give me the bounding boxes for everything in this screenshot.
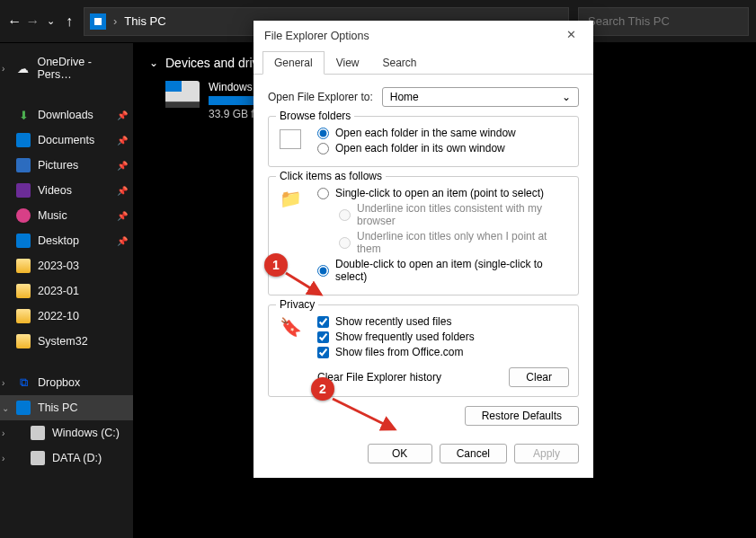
pin-icon: 📌 [117,186,128,196]
checkbox-label: Show files from Office.com [335,346,464,358]
drive-icon [31,451,45,465]
sidebar: ›☁OneDrive - Pers… ⬇Downloads📌 Documents… [0,43,133,538]
checkbox-recent-files[interactable] [317,316,329,328]
chevron-down-icon: ⌄ [2,403,9,413]
radio-label: Underline icon titles only when I point … [357,230,569,255]
tab-general[interactable]: General [262,51,325,75]
drive-icon [165,81,200,108]
privacy-legend: Privacy [276,298,318,311]
sidebar-item-label: System32 [38,335,88,348]
open-to-value: Home [390,91,419,103]
open-to-select[interactable]: Home ⌄ [382,87,579,107]
sidebar-item-label: Downloads [38,109,93,121]
pictures-icon [16,158,31,172]
sidebar-item-dropbox[interactable]: ›⧉Dropbox [0,370,133,395]
click-legend: Click items as follows [276,170,386,182]
dropbox-icon: ⧉ [16,375,31,390]
sidebar-item-desktop[interactable]: Desktop📌 [0,228,133,253]
sidebar-item-label: 2023-03 [38,260,79,272]
privacy-fieldset-icon [280,318,301,338]
pin-icon: 📌 [117,136,128,146]
sidebar-item-folder-2[interactable]: 2023-01 [0,278,133,304]
sidebar-item-label: Dropbox [38,376,80,389]
sidebar-item-label: OneDrive - Pers… [37,56,126,81]
browse-folders-fieldset: Browse folders Open each folder in the s… [268,116,579,167]
sidebar-item-label: This PC [38,401,77,414]
address-label: This PC [124,14,165,28]
radio-own-window[interactable] [317,143,329,154]
chevron-right-icon: › [2,378,4,388]
sidebar-item-videos[interactable]: Videos📌 [0,178,133,203]
sidebar-item-folder-1[interactable]: 2023-03 [0,253,133,278]
restore-defaults-button[interactable]: Restore Defaults [465,406,579,426]
address-sep: › [113,14,117,28]
music-icon [16,208,31,223]
checkbox-frequent-folders[interactable] [317,331,329,343]
sidebar-item-windows-c[interactable]: ›Windows (C:) [0,420,133,445]
sidebar-item-onedrive[interactable]: ›☁OneDrive - Pers… [0,50,133,86]
folder-icon [16,334,31,348]
recent-dropdown[interactable]: ⌄ [44,7,58,36]
videos-icon [16,183,31,198]
annotation-marker-1: 1 [264,253,288,277]
forward-button[interactable]: → [25,7,40,36]
radio-label: Single-click to open an item (point to s… [335,187,544,199]
dialog-buttons: OK Cancel Apply [253,435,593,478]
tab-search[interactable]: Search [371,51,429,75]
pin-icon: 📌 [117,161,128,171]
sidebar-item-this-pc[interactable]: ⌄This PC [0,395,133,420]
sidebar-item-data-d[interactable]: ›DATA (D:) [0,445,133,471]
folder-icon [16,259,31,273]
radio-same-window[interactable] [317,128,329,139]
sidebar-item-folder-4[interactable]: System32 [0,329,133,354]
checkbox-label: Show recently used files [335,315,451,328]
radio-double-click[interactable] [317,265,329,277]
sidebar-item-documents[interactable]: Documents📌 [0,128,133,153]
sidebar-item-label: DATA (D:) [52,452,102,464]
radio-label: Underline icon titles consistent with my… [357,202,569,227]
sidebar-item-label: Documents [38,134,94,146]
radio-label: Double-click to open an item (single-cli… [335,258,569,283]
radio-underline-browser [339,209,351,221]
sidebar-item-label: Videos [38,184,72,197]
chevron-down-icon: ⌄ [562,91,571,103]
dialog-titlebar: File Explorer Options ✕ [253,21,593,51]
sidebar-item-label: Music [38,209,67,222]
radio-single-click[interactable] [317,188,329,199]
sidebar-item-music[interactable]: Music📌 [0,203,133,228]
this-pc-icon [90,13,106,30]
dialog-tabs: General View Search [253,51,593,75]
this-pc-icon [16,401,31,415]
checkbox-office-files[interactable] [317,347,329,358]
search-input[interactable] [578,7,749,36]
ok-button[interactable]: OK [368,444,432,463]
pin-icon: 📌 [117,236,128,246]
annotation-marker-2: 2 [311,377,334,401]
cancel-button[interactable]: Cancel [440,444,507,463]
apply-button[interactable]: Apply [514,444,579,463]
chevron-down-icon: ⌄ [149,57,158,69]
click-fieldset-icon [280,190,301,209]
browse-legend: Browse folders [276,110,354,122]
close-button[interactable]: ✕ [566,28,583,44]
checkbox-label: Show frequently used folders [335,331,475,343]
clear-history-label: Clear File Explorer history [317,371,441,384]
pin-icon: 📌 [117,211,128,221]
clear-button[interactable]: Clear [509,367,569,387]
sidebar-item-label: 2023-01 [38,285,79,297]
sidebar-item-downloads[interactable]: ⬇Downloads📌 [0,102,133,128]
sidebar-item-label: 2022-10 [38,310,79,322]
drive-icon [31,426,45,440]
sidebar-item-pictures[interactable]: Pictures📌 [0,153,133,178]
document-icon [16,133,31,147]
sidebar-item-label: Pictures [38,159,78,172]
up-button[interactable]: ↑ [62,7,76,36]
sidebar-item-folder-3[interactable]: 2022-10 [0,304,133,329]
folder-icon [16,309,31,323]
browse-fieldset-icon [280,129,301,149]
download-icon: ⬇ [16,108,31,122]
tab-view[interactable]: View [325,51,371,75]
radio-label: Open each folder in its own window [335,142,505,154]
back-button[interactable]: ← [7,7,22,36]
folder-icon [16,284,31,298]
